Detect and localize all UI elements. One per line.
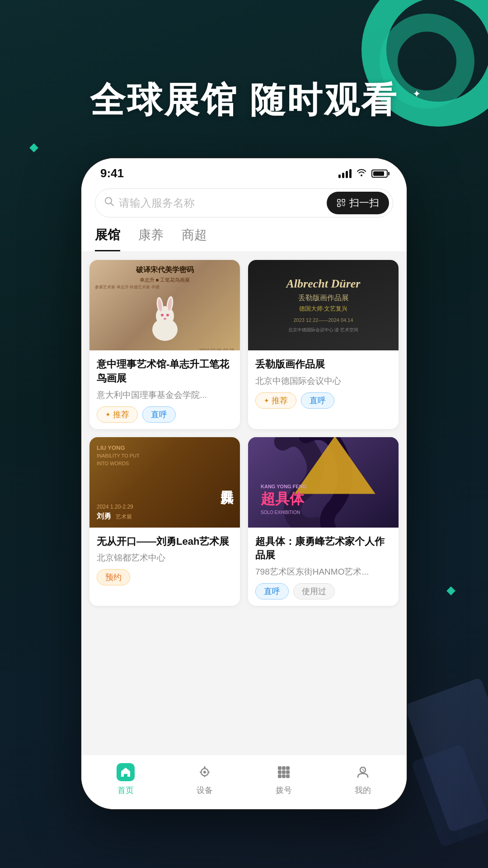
devices-icon [195, 762, 215, 782]
cards-grid: 破译宋代美学密码 单志升 ■ 工笔花鸟画展 参展艺术家·单志升 特邀艺术家·辛骥 [81, 252, 407, 614]
card-1-body: 意中理事艺术馆-单志升工笔花鸟画展 意大利中国理事基金会学院... 推荐 直呼 [89, 350, 240, 429]
card-3[interactable]: LIU YONG INABILITY TO PUT INTO WORDS 无从开… [89, 437, 240, 606]
wucong-right-text: 无从开口 [220, 481, 233, 484]
sparkle-icon-2 [29, 143, 38, 152]
nav-home[interactable]: 首页 [116, 762, 136, 796]
tab-wellness[interactable]: 康养 [138, 226, 164, 251]
hero-title: 全球展馆 随时观看 [0, 77, 488, 124]
nav-devices-label: 设备 [197, 785, 213, 796]
tab-gallery[interactable]: 展馆 [95, 226, 120, 251]
chao-solo: SOLO EXHIBITION [261, 510, 386, 515]
nav-dial[interactable]: 拨号 [274, 762, 294, 796]
durer-sub2: 德国大师·文艺复兴 [299, 305, 348, 313]
tabs: 展馆 康养 商超 [81, 223, 407, 252]
dial-icon [274, 762, 294, 782]
svg-point-18 [164, 318, 166, 320]
search-bar-wrapper: 请输入服务名称 扫一扫 [81, 184, 407, 223]
signal-bar-3 [346, 171, 348, 178]
svg-rect-32 [282, 770, 286, 774]
mine-icon [353, 762, 373, 782]
battery-icon [371, 170, 388, 178]
card-3-tag-booking[interactable]: 预约 [97, 569, 130, 585]
search-placeholder[interactable]: 请输入服务名称 [119, 196, 327, 210]
search-icon [104, 197, 114, 209]
scan-button[interactable]: 扫一扫 [327, 192, 389, 214]
status-time: 9:41 [100, 166, 124, 180]
status-bar: 9:41 [81, 158, 407, 184]
bottom-nav: 首页 设备 [81, 755, 407, 809]
card-1-tags: 推荐 直呼 [97, 406, 233, 423]
svg-rect-2 [338, 199, 340, 202]
signal-bar-4 [349, 169, 352, 178]
home-icon [116, 762, 136, 782]
card-4-tags: 直呼 使用过 [255, 583, 391, 599]
wifi-icon [356, 168, 367, 179]
svg-rect-35 [282, 774, 286, 778]
nav-mine[interactable]: 我的 [353, 762, 373, 796]
durer-subtitle-cn: 丢勒版画作品展 [298, 293, 349, 303]
svg-rect-30 [286, 766, 290, 770]
nav-home-label: 首页 [117, 785, 134, 796]
svg-rect-29 [282, 766, 286, 770]
card-2-body: 丢勒版画作品展 北京中德国际会议中心 推荐 直呼 [248, 350, 399, 415]
phone-mockup: 9:41 [81, 158, 407, 809]
card-1-tag-recommend[interactable]: 推荐 [97, 406, 138, 423]
card-3-tags: 预约 [97, 569, 233, 585]
card-4-image: KANG YONG FENG 超具体 SOLO EXHIBITION [248, 437, 399, 528]
svg-rect-34 [278, 774, 282, 778]
card-3-body: 无从开口——刘勇Leah艺术展 北京锦都艺术中心 预约 [89, 528, 240, 592]
chao-en: KANG YONG FENG [261, 484, 386, 489]
durer-dates: 2023 12.22——2024 04.14 北京中德国际会议中心 读·艺术空间 [288, 316, 359, 334]
card-2-location: 北京中德国际会议中心 [255, 375, 391, 387]
svg-rect-4 [338, 204, 340, 207]
status-icons [338, 168, 388, 179]
svg-line-1 [111, 203, 113, 206]
durer-title-en: Albrecht Dürer [286, 277, 361, 291]
nav-devices[interactable]: 设备 [195, 762, 215, 796]
card-4-tag-used[interactable]: 使用过 [293, 583, 335, 599]
card-4[interactable]: KANG YONG FENG 超具体 SOLO EXHIBITION 超具体：康… [248, 437, 399, 606]
content-area: 破译宋代美学密码 单志升 ■ 工笔花鸟画展 参展艺术家·单志升 特邀艺术家·辛骥 [81, 252, 407, 755]
nav-mine-label: 我的 [355, 785, 371, 796]
signal-bar-2 [342, 173, 344, 178]
card-2-title: 丢勒版画作品展 [255, 358, 391, 372]
card-2-tag-recommend[interactable]: 推荐 [255, 392, 296, 409]
svg-rect-31 [278, 770, 282, 774]
wucong-top-text: LIU YONG INABILITY TO PUT INTO WORDS [97, 443, 233, 467]
card-1-location: 意大利中国理事基金会学院... [97, 389, 233, 401]
wucong-bottom: 2024 1.20-2.29 刘勇 艺术展 [97, 504, 233, 521]
card-1-tag-live[interactable]: 直呼 [142, 406, 176, 423]
chao-title: 超具体 [261, 489, 386, 509]
card-1-title: 意中理事艺术馆-单志升工笔花鸟画展 [97, 358, 233, 386]
svg-point-17 [166, 314, 169, 316]
card-2-tags: 推荐 直呼 [255, 392, 391, 409]
card-2-image: Albrecht Dürer 丢勒版画作品展 德国大师·文艺复兴 2023 12… [248, 260, 399, 350]
search-bar[interactable]: 请输入服务名称 扫一扫 [95, 189, 393, 217]
scan-label: 扫一扫 [349, 196, 379, 210]
svg-rect-3 [342, 199, 345, 202]
svg-point-16 [161, 314, 164, 316]
svg-point-27 [203, 771, 206, 774]
svg-rect-28 [278, 766, 282, 770]
card-4-location: 798艺术区东街HANMO艺术... [255, 566, 391, 578]
card-3-title: 无从开口——刘勇Leah艺术展 [97, 535, 233, 549]
tab-market[interactable]: 商超 [182, 226, 207, 251]
card-1[interactable]: 破译宋代美学密码 单志升 ■ 工笔花鸟画展 参展艺术家·单志升 特邀艺术家·辛骥 [89, 260, 240, 429]
signal-bar-1 [338, 175, 341, 178]
card-1-image: 破译宋代美学密码 单志升 ■ 工笔花鸟画展 参展艺术家·单志升 特邀艺术家·辛骥 [89, 260, 240, 350]
card-2-tag-live[interactable]: 直呼 [301, 392, 334, 409]
sparkle-icon-3 [446, 586, 455, 595]
card-4-body: 超具体：康勇峰艺术家个人作品展 798艺术区东街HANMO艺术... 直呼 使用… [248, 528, 399, 606]
svg-rect-36 [286, 774, 290, 778]
svg-line-40 [363, 770, 364, 771]
card-2[interactable]: Albrecht Dürer 丢勒版画作品展 德国大师·文艺复兴 2023 12… [248, 260, 399, 429]
card-4-title: 超具体：康勇峰艺术家个人作品展 [255, 535, 391, 563]
card-3-image: LIU YONG INABILITY TO PUT INTO WORDS 无从开… [89, 437, 240, 528]
card-4-tag-live[interactable]: 直呼 [255, 583, 289, 599]
card-3-location: 北京锦都艺术中心 [97, 552, 233, 564]
svg-rect-33 [286, 770, 290, 774]
nav-dial-label: 拨号 [276, 785, 292, 796]
signal-icon [338, 169, 352, 178]
battery-fill [373, 171, 384, 176]
